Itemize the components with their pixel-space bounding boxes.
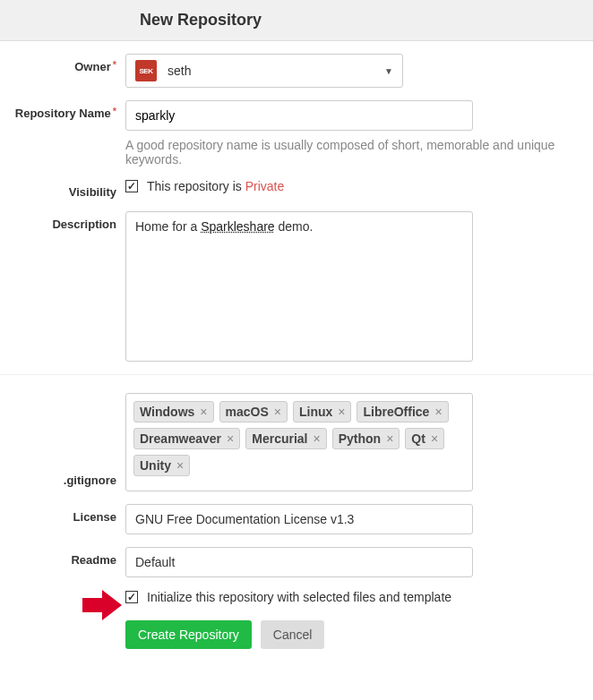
gitignore-tag: Linux× [293,401,352,423]
section-divider [0,374,593,375]
gitignore-label: .gitignore [0,393,125,487]
license-select[interactable]: GNU Free Documentation License v1.3 [125,504,473,534]
owner-name: seth [168,64,384,78]
owner-avatar: SEK [135,60,157,81]
tag-label: Dreamweaver [140,431,221,446]
private-word: Private [245,179,285,193]
repo-name-label: Repository Name [0,100,125,120]
close-icon[interactable]: × [227,431,234,446]
close-icon[interactable]: × [386,431,393,446]
gitignore-tag: LibreOffice× [357,401,448,423]
gitignore-tag: Mercurial× [245,428,326,449]
description-input[interactable]: Home for a Sparkleshare demo. [125,211,473,362]
tag-label: Windows [140,405,194,419]
license-row: License GNU Free Documentation License v… [0,504,593,534]
new-repo-form: Owner SEK seth ▼ Repository Name A good … [0,41,593,649]
button-row: Create Repository Cancel [0,620,593,649]
close-icon[interactable]: × [176,458,184,473]
license-label: License [0,504,125,524]
description-label: Description [0,211,125,231]
gitignore-row: .gitignore Windows×macOS×Linux×LibreOffi… [0,393,593,491]
visibility-text: This repository is Private [147,179,284,193]
owner-select[interactable]: SEK seth ▼ [125,54,403,88]
repo-name-hint: A good repository name is usually compos… [125,138,555,166]
gitignore-tag: Windows× [133,401,214,423]
tag-label: Qt [411,431,425,446]
owner-row: Owner SEK seth ▼ [0,54,593,88]
tag-label: macOS [226,405,269,419]
tag-label: Python [339,431,381,446]
gitignore-tag: Unity× [133,455,190,476]
close-icon[interactable]: × [434,405,442,419]
visibility-row: Visibility This repository is Private [0,179,593,199]
init-row: Initialize this repository with selected… [0,590,593,604]
close-icon[interactable]: × [314,431,321,446]
close-icon[interactable]: × [200,405,207,419]
cancel-button[interactable]: Cancel [261,620,325,649]
gitignore-tag: Dreamweaver× [133,428,240,449]
repo-name-input[interactable] [125,100,473,131]
gitignore-tag: Qt× [405,428,444,449]
owner-label: Owner [0,54,125,73]
repo-name-row: Repository Name A good repository name i… [0,100,593,166]
chevron-down-icon: ▼ [384,66,393,76]
tag-label: Linux [299,405,332,419]
create-repository-button[interactable]: Create Repository [125,620,252,649]
readme-row: Readme Default [0,547,593,577]
page-title: New Repository [140,11,593,30]
gitignore-tag: Python× [332,428,400,449]
visibility-label: Visibility [0,179,125,199]
close-icon[interactable]: × [431,431,438,446]
svg-marker-0 [82,590,122,620]
visibility-checkbox[interactable] [125,180,138,192]
arrow-right-icon [82,590,122,623]
close-icon[interactable]: × [274,405,281,419]
tag-label: Unity [140,458,171,473]
tag-label: Mercurial [252,431,307,446]
tag-label: LibreOffice [363,405,429,419]
gitignore-tag: macOS× [219,401,288,423]
description-link: Sparkleshare [201,219,275,234]
page-header: New Repository [0,0,593,41]
description-row: Description Home for a Sparkleshare demo… [0,211,593,362]
readme-select[interactable]: Default [125,547,473,577]
readme-label: Readme [0,547,125,567]
init-text: Initialize this repository with selected… [147,590,451,604]
gitignore-tag-input[interactable]: Windows×macOS×Linux×LibreOffice×Dreamwea… [125,393,473,491]
close-icon[interactable]: × [338,405,345,419]
init-checkbox[interactable] [125,591,138,603]
